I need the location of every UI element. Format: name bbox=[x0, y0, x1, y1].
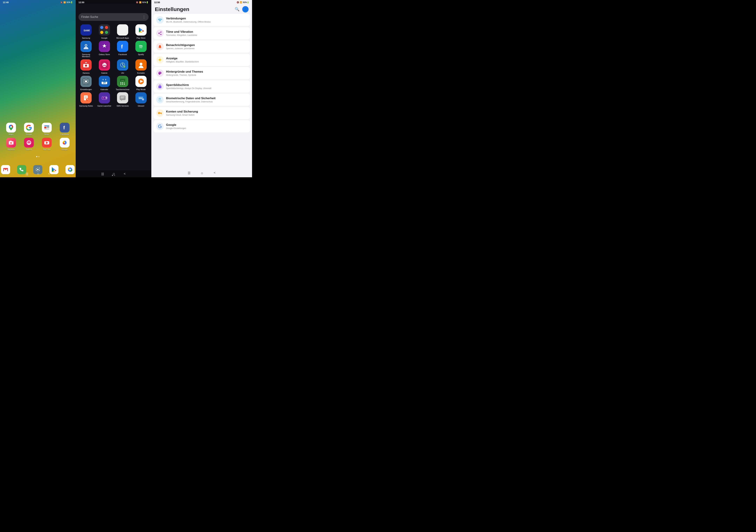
settings-item-google[interactable]: Google Google-Einstellungen bbox=[153, 120, 250, 133]
drawer-more-icon[interactable]: ⋮ bbox=[142, 15, 146, 19]
settings-nav-home[interactable]: ○ bbox=[201, 171, 203, 176]
anzeige-text: Anzeige Helligkeit, Blaufilter, Startbil… bbox=[166, 57, 247, 63]
drawer-app-playstore[interactable]: Play Store bbox=[133, 24, 149, 39]
drawer-app-galerie[interactable]: Galerie bbox=[96, 59, 113, 74]
home-app-news[interactable]: News bbox=[39, 123, 55, 135]
mute-icon: 🔇 bbox=[60, 1, 63, 4]
settings-item-benachrichtigungen[interactable]: Benachrichtigungen Sperren, zulassen, pr… bbox=[153, 40, 250, 53]
svg-point-58 bbox=[124, 82, 125, 83]
svg-point-18 bbox=[100, 26, 103, 29]
home-screen: 12:49 🔇 📶 51%🔋 Maps bbox=[0, 0, 76, 177]
news-icon bbox=[42, 123, 52, 133]
drawer-app-kamera[interactable]: Kamera bbox=[78, 59, 94, 74]
home-app-maps[interactable]: Maps bbox=[3, 123, 19, 135]
home-app-youtube[interactable]: YouTube bbox=[39, 138, 55, 150]
ms-apps-label: Microsoft Apps bbox=[116, 37, 129, 39]
drawer-app-kontakte[interactable]: Kontakte bbox=[133, 59, 149, 74]
home-app-galerie[interactable]: Galerie bbox=[21, 138, 37, 150]
svg-rect-91 bbox=[139, 98, 143, 99]
google-folder-label: Google bbox=[101, 37, 107, 39]
drawer-app-kalender[interactable]: 20 Kalender bbox=[96, 76, 113, 90]
drawer-search-bar[interactable]: Finder-Suche ⋮ bbox=[78, 13, 148, 21]
svg-point-21 bbox=[105, 31, 108, 34]
kamera-icon bbox=[80, 59, 92, 70]
home-app-camera[interactable]: Kamera bbox=[3, 138, 19, 150]
svg-point-77 bbox=[106, 97, 107, 98]
drawer-app-samsung[interactable]: SAMSUNG Samsung bbox=[78, 24, 94, 39]
gboard-label: Gboard bbox=[138, 105, 144, 107]
themes-sub: Hintergründe, Themes, Symbole bbox=[166, 74, 247, 76]
konten-sub: Samsung Cloud, Smart Switch bbox=[166, 114, 247, 116]
sperr-title: Sperrbildschirm bbox=[166, 83, 247, 87]
drawer-app-uhr[interactable]: Uhr bbox=[114, 59, 131, 74]
home-nav-bar: ||| ○ < bbox=[0, 170, 76, 177]
benach-sub: Sperren, zulassen, priorisieren bbox=[166, 47, 247, 50]
google-photos-label: Google bbox=[62, 148, 68, 150]
drawer-app-rechner[interactable]: +-×÷ Taschenrechner bbox=[114, 76, 131, 90]
bio-settings-icon bbox=[158, 98, 162, 102]
svg-point-40 bbox=[122, 64, 123, 65]
settings-item-themes[interactable]: Hintergründe und Themes Hintergründe, Th… bbox=[153, 67, 250, 79]
settings-nav-back[interactable]: < bbox=[214, 171, 216, 176]
drawer-app-samsung-notes[interactable]: ✎ Samsung Notes bbox=[78, 92, 94, 107]
svg-point-33 bbox=[85, 65, 87, 66]
settings-item-sperrbildschirm[interactable]: Sperrbildschirm Sperrbildschirmtyp, Alwa… bbox=[153, 80, 250, 92]
drawer-app-einstellungen[interactable]: Einstellungen bbox=[78, 76, 94, 90]
settings-item-verbindungen[interactable]: Verbindungen WLAN, Bluetooth, Datennutzu… bbox=[153, 14, 250, 26]
nav-back[interactable]: < bbox=[48, 172, 50, 176]
themes-text: Hintergründe und Themes Hintergründe, Th… bbox=[166, 70, 247, 76]
drawer-app-spotify[interactable]: Spotify bbox=[133, 41, 149, 58]
drawer-app-google[interactable]: Google bbox=[96, 24, 113, 39]
settings-item-biometrie[interactable]: Biometrische Daten und Sicherheit Gesich… bbox=[153, 94, 250, 106]
drawer-nav-recents[interactable]: ||| bbox=[101, 172, 104, 176]
svg-text:f: f bbox=[121, 44, 123, 50]
svg-rect-6 bbox=[44, 129, 49, 130]
key-settings-icon bbox=[158, 111, 162, 115]
settings-profile-avatar[interactable]: 👤 bbox=[242, 6, 249, 13]
drawer-app-sms[interactable]: SMS Services bbox=[114, 92, 131, 107]
drawer-app-gboard[interactable]: Gboard bbox=[133, 92, 149, 107]
playmusik-label: Play Musik bbox=[136, 89, 146, 90]
google-photos-icon bbox=[60, 138, 69, 147]
drawer-app-samsung-members[interactable]: Samsung Members bbox=[78, 41, 94, 58]
settings-item-konten[interactable]: Konten und Sicherung Samsung Cloud, Smar… bbox=[153, 107, 250, 119]
settings-time: 12:50 bbox=[154, 1, 160, 4]
drawer-app-galaxy-store[interactable]: Galaxy Store bbox=[96, 41, 113, 58]
drawer-nav-home[interactable]: ○ bbox=[113, 171, 115, 176]
svg-text:20: 20 bbox=[103, 81, 106, 84]
battery-icon: 51%🔋 bbox=[67, 1, 73, 4]
drawer-app-game-launcher[interactable]: Game Launcher bbox=[96, 92, 113, 107]
galerie-icon-home bbox=[24, 138, 34, 147]
home-app-google[interactable]: Google bbox=[21, 123, 37, 135]
sperr-sub: Sperrbildschirmtyp, Always On Display, U… bbox=[166, 87, 247, 89]
drawer-nav-back[interactable]: < bbox=[124, 172, 125, 176]
settings-battery: 51%🔋 bbox=[243, 1, 249, 4]
nav-recents[interactable]: ||| bbox=[26, 172, 28, 176]
toene-icon-bg bbox=[156, 30, 164, 37]
drawer-app-ms[interactable]: Microsoft Apps bbox=[114, 24, 131, 39]
home-app-google-photos[interactable]: Google bbox=[56, 138, 73, 150]
kontakte-label: Kontakte bbox=[137, 72, 145, 74]
konten-icon-bg bbox=[156, 109, 164, 117]
drawer-app-facebook[interactable]: f Facebook bbox=[114, 41, 131, 58]
news-label: News bbox=[44, 133, 49, 135]
svg-rect-90 bbox=[142, 97, 143, 98]
bio-title: Biometrische Daten und Sicherheit bbox=[166, 97, 247, 100]
nav-home[interactable]: ○ bbox=[37, 171, 39, 176]
drawer-app-playmusik[interactable]: Play Musik bbox=[133, 76, 149, 90]
svg-text:f: f bbox=[63, 125, 65, 130]
svg-rect-84 bbox=[121, 97, 125, 97]
toene-title: Töne und Vibration bbox=[166, 30, 247, 34]
rechner-label: Taschenrechner bbox=[116, 89, 129, 90]
verbindungen-title: Verbindungen bbox=[166, 17, 247, 20]
home-app-facebook[interactable]: f Facebook bbox=[56, 123, 73, 135]
settings-search-icon[interactable]: 🔍 bbox=[235, 7, 239, 12]
drawer-status-icons: 🔇 📶 51%🔋 bbox=[136, 1, 148, 4]
svg-rect-67 bbox=[85, 96, 87, 97]
youtube-label-home: YouTube bbox=[43, 148, 50, 150]
settings-item-anzeige[interactable]: Anzeige Helligkeit, Blaufilter, Startbil… bbox=[153, 54, 250, 66]
verbindungen-sub: WLAN, Bluetooth, Datennutzung, Offline-M… bbox=[166, 21, 247, 23]
settings-item-toene[interactable]: Töne und Vibration Tonmodus, Klingelton,… bbox=[153, 27, 250, 39]
svg-rect-3 bbox=[44, 127, 46, 128]
settings-nav-recents[interactable]: ||| bbox=[188, 171, 190, 176]
